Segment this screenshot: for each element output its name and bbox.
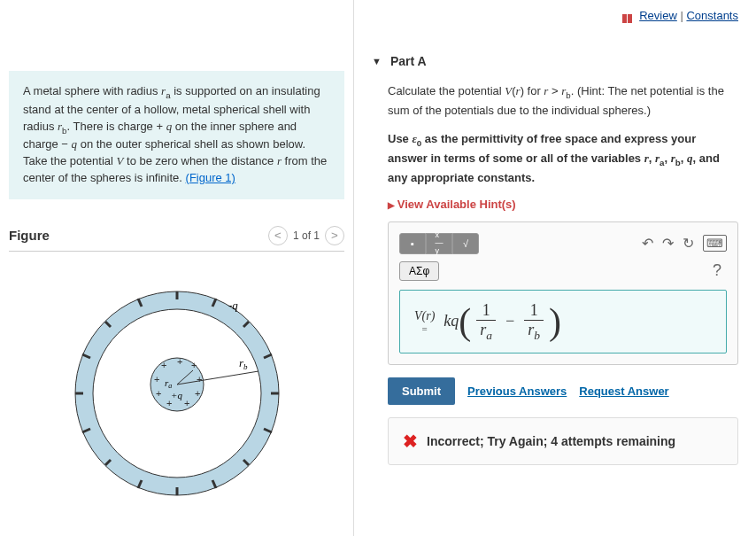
bookmark-icon — [621, 12, 633, 21]
equation-toolbar: ▪ x—y √ ↶ ↷ ↻ ⌨ — [399, 233, 727, 254]
submit-row: Submit Previous Answers Request Answer — [388, 377, 738, 405]
problem-statement: A metal sphere with radius ra is support… — [9, 71, 344, 199]
answer-input[interactable]: V(r)= kq ( 1 ra − 1 rb ) — [399, 290, 727, 354]
constants-link[interactable]: Constants — [686, 9, 738, 22]
figure-header: Figure < 1 of 1 > — [9, 226, 344, 252]
part-title: Part A — [390, 54, 427, 68]
undo-icon[interactable]: ↶ — [642, 235, 653, 252]
frac-1: 1 ra — [476, 301, 496, 343]
secondary-toolbar: ΑΣφ ? — [399, 261, 727, 281]
label-plus-q: +q — [171, 390, 182, 400]
fraction-button[interactable]: x—y — [426, 233, 452, 254]
submit-button[interactable]: Submit — [388, 377, 455, 405]
minus-sign: − — [505, 312, 515, 330]
format-buttons: ▪ x—y √ — [399, 233, 479, 254]
view-hints-link[interactable]: View Available Hint(s) — [388, 198, 738, 211]
prompt-text: Calculate the potential V(r) for r > rb.… — [388, 82, 738, 120]
reset-icon[interactable]: ↻ — [683, 235, 694, 252]
caret-down-icon: ▼ — [372, 56, 382, 66]
feedback-text: Incorrect; Try Again; 4 attempts remaini… — [427, 434, 675, 448]
link-separator: | — [680, 9, 683, 22]
answer-box: ▪ x—y √ ↶ ↷ ↻ ⌨ ΑΣφ ? V(r)= — [388, 221, 738, 366]
edit-buttons: ↶ ↷ ↻ ⌨ — [642, 235, 727, 252]
pager-label: 1 of 1 — [293, 229, 320, 242]
templates-button[interactable]: ▪ — [399, 233, 426, 254]
paren-left: ( — [459, 303, 471, 340]
sqrt-button[interactable]: √ — [452, 233, 479, 254]
part-body: Calculate the potential V(r) for r > rb.… — [372, 74, 738, 474]
pager-next-button[interactable]: > — [325, 226, 344, 245]
pager-prev-button[interactable]: < — [268, 226, 288, 245]
request-answer-link[interactable]: Request Answer — [579, 385, 668, 398]
keyboard-icon[interactable]: ⌨ — [703, 235, 727, 252]
answer-formula: kq ( 1 ra − 1 rb ) — [444, 301, 561, 343]
left-panel: A metal sphere with radius ra is support… — [0, 0, 354, 536]
top-links: Review | Constants — [372, 9, 738, 22]
redo-icon[interactable]: ↷ — [662, 235, 674, 252]
review-link[interactable]: Review — [639, 9, 677, 22]
answer-lhs: V(r)= — [414, 309, 435, 334]
paren-right: ) — [549, 303, 561, 340]
figure-pager: < 1 of 1 > — [268, 226, 344, 245]
label-minus-q: -q — [228, 299, 238, 312]
sphere-diagram: +++ ++ ++ ++ -q rb ra +q — [53, 269, 301, 500]
prompt-instructions: Use ε0 as the permittivity of free space… — [388, 130, 738, 187]
incorrect-icon: ✖ — [403, 431, 418, 452]
feedback-box: ✖ Incorrect; Try Again; 4 attempts remai… — [388, 417, 738, 465]
part-header[interactable]: ▼ Part A — [372, 49, 738, 74]
figure-link[interactable]: (Figure 1) — [186, 171, 235, 184]
figure-title: Figure — [9, 228, 50, 243]
help-icon[interactable]: ? — [707, 261, 727, 280]
problem-text: A metal sphere with radius ra is support… — [23, 84, 327, 184]
previous-answers-link[interactable]: Previous Answers — [467, 385, 567, 398]
figure-image: +++ ++ ++ ++ -q rb ra +q — [9, 260, 344, 509]
formula-kq: kq — [444, 312, 459, 330]
greek-button[interactable]: ΑΣφ — [399, 261, 439, 281]
frac-2: 1 rb — [524, 301, 544, 343]
right-panel: Review | Constants ▼ Part A Calculate th… — [354, 0, 756, 536]
